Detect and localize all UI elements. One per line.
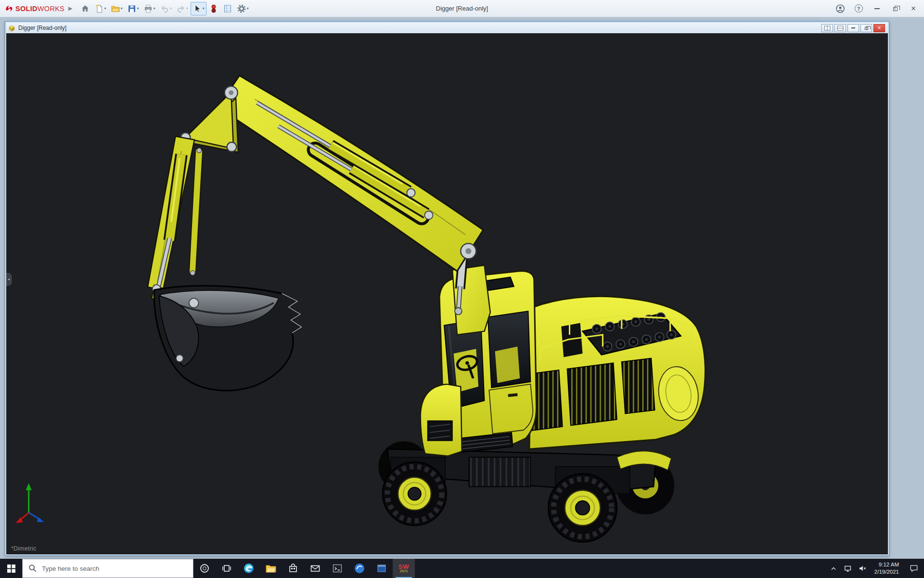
account-button[interactable] — [832, 1, 849, 16]
options-button[interactable]: ▾ — [235, 2, 251, 15]
volume-muted-icon — [858, 564, 867, 573]
taskbar-search[interactable] — [22, 559, 193, 578]
gear-icon — [237, 4, 246, 13]
pane-layout-button-1[interactable] — [821, 24, 833, 32]
taskbar-app-solidworks[interactable]: SW 2021 — [393, 559, 415, 578]
print-icon — [143, 4, 153, 13]
action-center-button[interactable] — [904, 559, 924, 578]
undo-icon — [160, 4, 169, 13]
taskbar-app-blue-window[interactable] — [371, 559, 393, 578]
excavator-model[interactable] — [6, 33, 888, 554]
home-icon — [80, 4, 90, 13]
taskbar-app-blue-round[interactable] — [348, 559, 371, 578]
taskbar: SW 2021 9:12 AM 2/19/2021 — [0, 559, 924, 578]
document-title: Digger [Read-only] — [18, 25, 66, 31]
desktop: SOLIDWORKS ▶ ▾ ▾ ▾ — [0, 0, 924, 578]
clock-date: 2/19/2021 — [874, 568, 899, 576]
document-window-controls: × — [821, 24, 886, 32]
solidworks-year-badge: 2021 — [400, 569, 408, 573]
cortana-button[interactable] — [193, 559, 216, 578]
pane-layout-button-2[interactable] — [834, 24, 846, 32]
rebuild-icon — [209, 4, 218, 13]
redo-icon — [176, 4, 186, 13]
windows-start-icon — [7, 565, 15, 573]
split-pane-horizontal-icon — [837, 26, 844, 31]
new-document-icon — [94, 4, 104, 13]
restore-icon — [865, 27, 868, 30]
edge-icon — [243, 563, 255, 574]
tray-show-hidden-icons[interactable] — [826, 559, 841, 578]
command-window-icon — [332, 563, 343, 574]
close-icon: × — [911, 4, 916, 13]
print-button[interactable]: ▾ — [141, 2, 157, 15]
redo-button[interactable]: ▾ — [174, 2, 190, 15]
cortana-icon — [199, 563, 210, 574]
minimize-icon — [851, 27, 855, 28]
minimize-icon — [874, 8, 880, 9]
taskbar-app-file-explorer[interactable] — [260, 559, 282, 578]
view-orientation-label: *Dimetric — [11, 545, 37, 552]
app-restore-button[interactable] — [886, 1, 904, 16]
menu-expander-arrow[interactable]: ▶ — [68, 5, 72, 12]
action-center-icon — [909, 564, 919, 573]
undo-button[interactable]: ▾ — [158, 2, 174, 15]
taskbar-app-mail[interactable] — [304, 559, 326, 578]
open-button[interactable]: ▾ — [109, 2, 125, 15]
restore-icon — [893, 7, 898, 11]
open-folder-icon — [111, 4, 120, 13]
app-titlebar: SOLIDWORKS ▶ ▾ ▾ ▾ — [0, 0, 924, 17]
home-button[interactable] — [78, 2, 92, 15]
taskbar-app-store[interactable] — [282, 559, 304, 578]
app-window-controls: ? × — [832, 1, 922, 16]
part-document-icon — [8, 25, 15, 32]
file-explorer-icon — [265, 563, 277, 574]
user-account-icon — [835, 4, 845, 13]
split-pane-icon — [824, 26, 831, 31]
document-titlebar[interactable]: Digger [Read-only] × — [6, 23, 888, 33]
system-tray: 9:12 AM 2/19/2021 — [826, 559, 924, 578]
blue-round-app-icon — [354, 563, 365, 574]
solidworks-brand: SOLIDWORKS — [5, 4, 64, 13]
app-title: Digger [Read-only] — [436, 5, 488, 12]
help-icon: ? — [855, 4, 863, 13]
task-view-icon — [221, 563, 232, 574]
save-button[interactable]: ▾ — [125, 2, 141, 15]
rebuild-button[interactable] — [207, 2, 220, 15]
help-button[interactable]: ? — [850, 1, 867, 16]
doc-restore-button[interactable] — [860, 24, 872, 32]
panel-collapse-tab[interactable]: ◂ — [6, 273, 12, 286]
app-minimize-button[interactable] — [868, 1, 886, 16]
quick-access-toolbar: ▾ ▾ ▾ ▾ ▾ — [78, 2, 251, 15]
taskbar-app-command-window[interactable] — [326, 559, 348, 578]
store-icon — [287, 563, 299, 574]
select-tool-button[interactable]: ▾ — [191, 2, 206, 15]
file-properties-icon — [223, 4, 232, 13]
graphics-viewport[interactable]: *Dimetric ◂ — [6, 33, 888, 554]
select-arrow-icon — [192, 4, 202, 13]
new-document-button[interactable]: ▾ — [92, 2, 108, 15]
save-icon — [127, 4, 137, 13]
start-button[interactable] — [0, 559, 22, 578]
tray-volume[interactable] — [855, 559, 870, 578]
doc-close-button[interactable]: × — [873, 24, 885, 32]
file-properties-button[interactable] — [221, 2, 234, 15]
brand-solid: SOLID — [15, 5, 38, 13]
search-icon — [28, 564, 37, 573]
dassault-logo-icon — [5, 4, 13, 13]
close-icon: × — [877, 25, 881, 31]
doc-minimize-button[interactable] — [847, 24, 859, 32]
app-close-button[interactable]: × — [905, 1, 922, 16]
search-input[interactable] — [42, 565, 187, 572]
task-view-button[interactable] — [216, 559, 238, 578]
chevron-up-icon — [830, 565, 837, 572]
document-window: Digger [Read-only] × — [5, 21, 889, 556]
taskbar-app-edge[interactable] — [238, 559, 260, 578]
taskbar-clock[interactable]: 9:12 AM 2/19/2021 — [870, 559, 904, 578]
network-icon — [844, 564, 852, 573]
clock-time: 9:12 AM — [879, 561, 899, 568]
reference-triad-icon — [16, 483, 44, 523]
mail-icon — [309, 563, 321, 574]
brand-works: WORKS — [38, 5, 64, 13]
tray-network[interactable] — [841, 559, 855, 578]
blue-window-app-icon — [376, 563, 387, 574]
